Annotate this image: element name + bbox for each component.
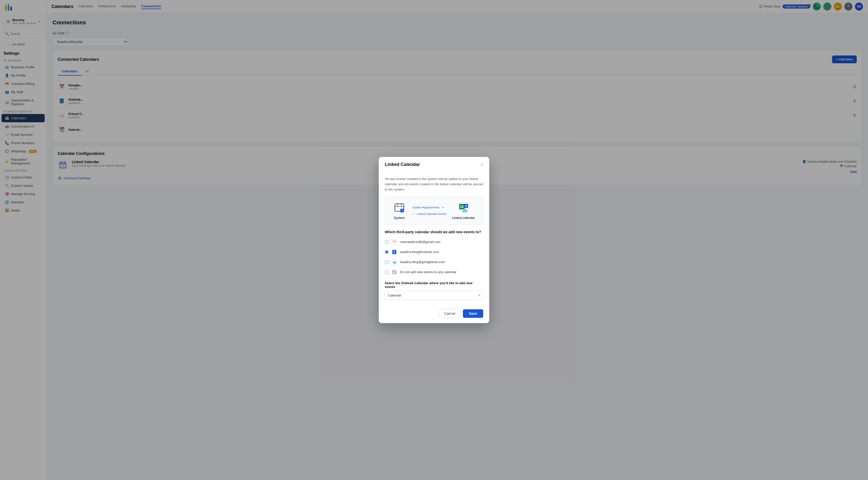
linked-calendar-events-label: Linked Calendar Events: [417, 213, 446, 215]
ghl-label: swadha.bhoj@gohighlevel.com: [400, 260, 445, 264]
radio-none-input[interactable]: [385, 270, 389, 274]
arrow-left-row: ← Linked Calendar Events: [411, 212, 446, 216]
radio-none[interactable]: Do not add new events to any calendar: [385, 267, 483, 277]
system-label: System: [394, 216, 405, 220]
ghl-cloud-icon: [391, 259, 397, 265]
calendar-select-wrapper: Calendar ▾: [385, 291, 483, 300]
radio-gmail[interactable]: namratakirve80@gmail.com: [385, 237, 483, 247]
radio-ghl-input[interactable]: [385, 260, 389, 264]
arrow-right-row: System Appointments →: [413, 205, 445, 210]
radio-outlook-input[interactable]: [385, 250, 389, 254]
modal-footer: Cancel Save: [379, 305, 489, 323]
system-appointments-label: System Appointments: [413, 206, 439, 209]
sync-diagram: + System System Appointments → ← Linked …: [385, 196, 483, 225]
radio-outlook[interactable]: O swadha.bhoj@outlook.com: [385, 247, 483, 257]
modal-description: All new events created in the system wil…: [385, 177, 483, 192]
svg-text:O: O: [465, 204, 467, 207]
modal-overlay[interactable]: Linked Calendar × All new events created…: [0, 0, 868, 480]
no-calendar-icon: [391, 269, 397, 275]
outlook-icon: O: [391, 249, 397, 255]
system-icon: +: [393, 201, 406, 214]
svg-point-26: [394, 262, 396, 263]
modal-title: Linked Calendar: [385, 162, 420, 167]
svg-text:31: 31: [460, 204, 464, 209]
modal-body: All new events created in the system wil…: [379, 171, 489, 305]
outlook-label: swadha.bhoj@outlook.com: [400, 250, 439, 254]
modal-header: Linked Calendar ×: [379, 157, 489, 171]
diagram-linked-calendar: 31 O Linked calendar: [452, 201, 475, 220]
linked-calendar-label: Linked calendar: [452, 216, 475, 220]
radio-gmail-input[interactable]: [385, 240, 389, 244]
left-arrow-icon: ←: [411, 212, 415, 216]
cancel-button[interactable]: Cancel: [439, 309, 461, 318]
gmail-icon: [391, 239, 397, 245]
right-arrow-icon: →: [441, 205, 445, 210]
radio-gohighlevel[interactable]: swadha.bhoj@gohighlevel.com: [385, 257, 483, 267]
gmail-label: namratakirve80@gmail.com: [400, 240, 440, 244]
select-calendar-label: Select the Outlook Calendar where you'd …: [385, 281, 483, 289]
linked-calendar-modal: Linked Calendar × All new events created…: [379, 157, 489, 323]
diagram-system: + System: [393, 201, 406, 220]
svg-text:O: O: [393, 251, 395, 254]
none-label: Do not add new events to any calendar: [400, 270, 456, 274]
svg-text:+: +: [401, 209, 403, 212]
calendar-select[interactable]: Calendar: [385, 291, 483, 300]
save-button[interactable]: Save: [463, 309, 483, 318]
linked-calendar-icon: 31 O: [457, 201, 470, 214]
diagram-arrows: System Appointments → ← Linked Calendar …: [411, 205, 446, 216]
svg-point-21: [462, 210, 466, 213]
modal-close-button[interactable]: ×: [480, 162, 483, 167]
which-calendar-label: Which third-party calendar should we add…: [385, 230, 483, 234]
svg-line-29: [393, 270, 396, 274]
